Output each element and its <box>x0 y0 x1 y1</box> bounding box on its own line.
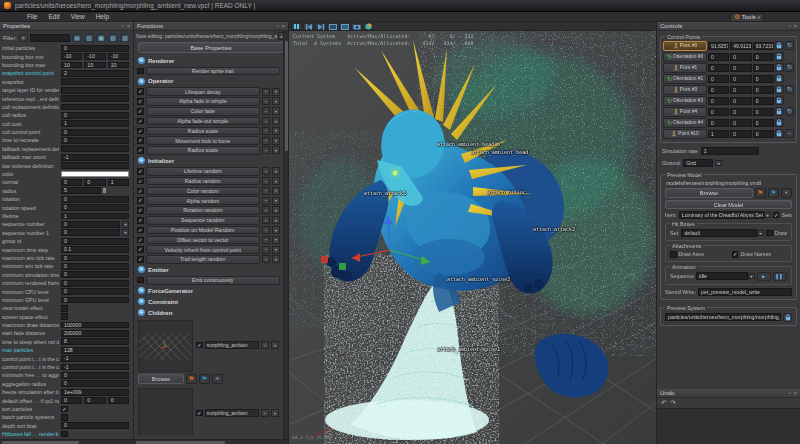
control-point-button[interactable]: ↻Orientation #4 <box>663 118 707 128</box>
item-options-button[interactable]: ▪ <box>262 88 270 96</box>
function-item-checkbox[interactable]: ✓ <box>137 98 144 105</box>
item-options-button[interactable]: ▪ <box>262 177 270 185</box>
property-value-input[interactable]: -1 <box>61 355 129 362</box>
scrollbar-thumb[interactable] <box>285 41 288 151</box>
hitbox-set-select[interactable]: default <box>681 229 757 237</box>
property-value-input[interactable]: 5 <box>61 187 101 194</box>
menu-help[interactable]: Help <box>96 13 109 20</box>
property-value-input[interactable]: 0 <box>61 288 129 295</box>
model-menu-button[interactable]: ▾ <box>781 188 792 198</box>
function-item-button[interactable]: Color fade <box>146 107 261 116</box>
item-options-button[interactable]: ▪ <box>262 107 270 115</box>
coordinate-input[interactable]: 0 <box>708 97 729 105</box>
property-value-input[interactable]: 0 <box>61 129 129 136</box>
section-header-initializer[interactable]: *Initializer <box>134 155 283 166</box>
function-item-checkbox[interactable]: ✓ <box>137 118 144 125</box>
functions-hscrollbar[interactable] <box>134 439 288 444</box>
property-value-input[interactable] <box>61 78 129 85</box>
coordinate-input[interactable]: 1 <box>708 130 729 138</box>
item-options-button[interactable]: ▪ <box>262 246 270 254</box>
coordinate-input[interactable]: 0 <box>753 86 774 94</box>
item-menu-button[interactable]: ▾ <box>272 117 280 125</box>
function-item-checkbox[interactable]: ✓ <box>137 168 144 175</box>
coordinate-input[interactable]: 0 <box>730 97 751 105</box>
coordinate-input[interactable]: 0 <box>730 119 751 127</box>
background-color-orb[interactable] <box>363 23 374 30</box>
control-point-button[interactable]: Point #3 <box>663 85 707 95</box>
undo-history-list[interactable] <box>657 408 800 444</box>
coordinate-input[interactable]: 0 <box>753 53 774 61</box>
function-item-checkbox[interactable]: ✓ <box>137 207 144 214</box>
function-item-checkbox[interactable]: ✓ <box>137 256 144 263</box>
item-menu-button[interactable]: ▾ <box>272 246 280 254</box>
function-item-button[interactable]: Alpha fade out simple <box>146 117 261 126</box>
property-value-input[interactable]: 1 <box>61 213 129 220</box>
lock-icon-button[interactable] <box>775 118 784 127</box>
control-point-button[interactable]: Point #0 <box>663 41 707 51</box>
function-item-checkbox[interactable]: ✓ <box>137 147 144 154</box>
close-panel-icon[interactable]: × <box>127 23 130 29</box>
item-select[interactable]: Luminary of the Dreadful Abyss Set <box>679 211 764 219</box>
function-item-checkbox[interactable]: ✓ <box>137 128 144 135</box>
chevron-down-icon[interactable]: ▾ <box>715 160 722 167</box>
property-value-input[interactable]: 0 <box>61 422 129 429</box>
menu-file[interactable]: File <box>27 13 37 20</box>
control-point-button[interactable]: ↻Orientation #1 <box>663 74 707 84</box>
clear-filter-button[interactable]: × <box>19 34 28 42</box>
flag-orange-button[interactable]: ⚑ <box>186 374 197 384</box>
close-panel-icon[interactable]: × <box>794 23 797 29</box>
property-value-input[interactable]: 0 <box>61 297 129 304</box>
function-item-checkbox[interactable]: ✓ <box>137 246 144 253</box>
property-value-input[interactable]: 0 <box>61 137 129 144</box>
child-enabled-checkbox[interactable]: ✓ <box>196 410 203 417</box>
lock-icon-button[interactable] <box>775 107 784 116</box>
float-panel-icon[interactable]: ▫ <box>122 23 124 29</box>
undo-icon[interactable]: ↶ <box>661 399 666 407</box>
function-item-checkbox[interactable]: ✓ <box>137 88 144 95</box>
item-menu-button[interactable]: ▾ <box>272 255 280 263</box>
item-options-button[interactable]: ▪ <box>262 187 270 195</box>
property-value-input[interactable]: 0 <box>61 229 120 236</box>
child-dropdown-button[interactable]: ▾ <box>212 374 223 384</box>
vector-component-input[interactable]: 0 <box>61 179 82 186</box>
property-value-input[interactable]: 0 <box>61 271 129 278</box>
play-button[interactable]: ▶ <box>757 272 771 281</box>
vector-component-input[interactable]: 0 <box>84 397 105 404</box>
property-value-input[interactable]: 100000 <box>61 322 129 329</box>
coordinate-input[interactable]: 0 <box>753 75 774 83</box>
clear-model-button[interactable]: Clear Model <box>665 200 792 209</box>
control-point-button[interactable]: Point #4 <box>663 107 707 117</box>
property-value-input[interactable]: -1 <box>61 364 129 371</box>
browse-model-button[interactable]: Browse <box>665 188 753 198</box>
function-item-button[interactable]: Radius scale <box>146 146 261 155</box>
function-item-button[interactable]: Emit continuously <box>146 276 281 285</box>
child-options-button[interactable]: ▪ <box>261 341 269 349</box>
item-menu-button[interactable]: ▾ <box>272 216 280 224</box>
property-value-input[interactable]: 0.1 <box>61 246 129 253</box>
function-item-button[interactable]: Sequence random <box>146 216 261 225</box>
control-point-button[interactable]: Point #10 <box>663 129 707 139</box>
property-value-input[interactable]: 0 <box>61 112 129 119</box>
viewport-canvas[interactable] <box>289 22 657 444</box>
step-forward-button[interactable] <box>315 23 326 30</box>
item-menu-button[interactable]: ▾ <box>272 127 280 135</box>
function-item-checkbox[interactable]: ✓ <box>137 188 144 195</box>
vector-component-input[interactable]: 10 <box>108 62 129 69</box>
pause-anim-button[interactable]: ▌▌ <box>773 272 787 281</box>
property-value-input[interactable]: 8 <box>61 338 129 345</box>
function-item-checkbox[interactable] <box>137 277 144 284</box>
property-value-input[interactable]: 0 <box>61 204 129 211</box>
property-value-input[interactable] <box>61 87 129 94</box>
view-compact-button[interactable]: ▥ <box>84 33 94 42</box>
function-item-button[interactable]: Render sprite trail <box>146 67 281 76</box>
property-value-input[interactable]: 2 <box>61 70 129 77</box>
function-item-checkbox[interactable]: ✓ <box>137 197 144 204</box>
function-item-button[interactable]: Position on Model Random <box>146 226 261 235</box>
flag-orange-icon[interactable]: ⚑ <box>755 188 766 198</box>
section-header-constraint[interactable]: *Constraint <box>134 296 283 307</box>
refresh-icon-button[interactable]: ↻ <box>785 63 794 72</box>
vector-component-input[interactable]: 0 <box>108 397 129 404</box>
function-item-checkbox[interactable] <box>137 68 144 75</box>
item-options-button[interactable]: ▪ <box>262 127 270 135</box>
fullscreen-icon-button[interactable] <box>339 23 350 30</box>
